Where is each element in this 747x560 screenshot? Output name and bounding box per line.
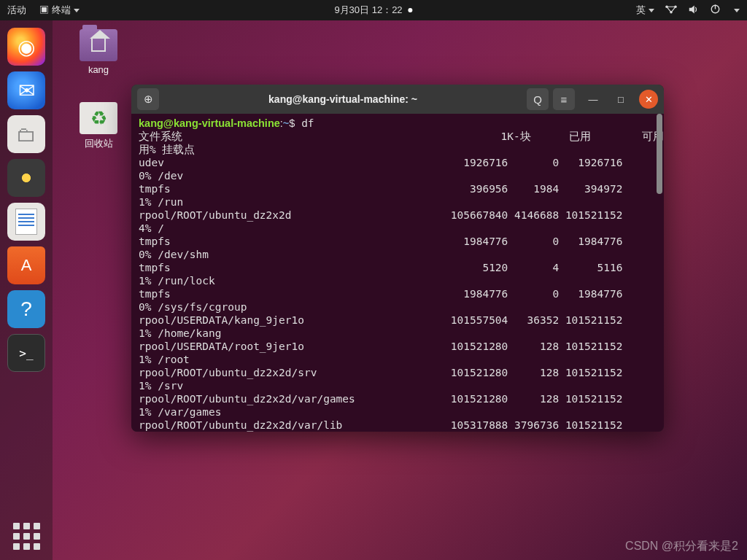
trash-icon: ♻: [80, 102, 117, 134]
dock-writer[interactable]: [7, 203, 45, 241]
terminal-window: ⊕ kang@kang-virtual-machine: ~ Q ≡ — □ ✕…: [131, 85, 664, 432]
activities-button[interactable]: 活动: [7, 4, 26, 17]
search-button[interactable]: Q: [527, 88, 549, 110]
dock-firefox[interactable]: ◉: [7, 28, 45, 66]
dock-help[interactable]: ?: [7, 290, 45, 328]
show-apps-button[interactable]: [13, 523, 40, 550]
system-menu-chevron-icon[interactable]: [734, 9, 740, 12]
maximize-button[interactable]: □: [611, 90, 630, 109]
scrollbar[interactable]: [657, 114, 662, 194]
hamburger-menu[interactable]: ≡: [553, 88, 575, 110]
dock-rhythmbox[interactable]: [7, 159, 45, 197]
desktop-home-folder[interactable]: kang: [73, 29, 124, 75]
top-bar: 活动 ▣ 终端 9月30日 12：22 英: [0, 0, 747, 20]
minimize-button[interactable]: —: [584, 90, 603, 109]
trash-label: 回收站: [85, 138, 113, 149]
volume-icon[interactable]: [688, 4, 700, 17]
notification-dot-icon: [409, 8, 413, 12]
dock-terminal[interactable]: >_: [7, 334, 45, 372]
titlebar[interactable]: ⊕ kang@kang-virtual-machine: ~ Q ≡ — □ ✕: [131, 85, 664, 114]
close-button[interactable]: ✕: [639, 90, 658, 109]
home-icon: [91, 39, 106, 52]
new-tab-button[interactable]: ⊕: [137, 88, 159, 110]
terminal-output[interactable]: kang@kang-virtual-machine:~$ df 文件系统 1K-…: [131, 114, 664, 432]
clock[interactable]: 9月30日 12：22: [334, 4, 402, 17]
window-title: kang@kang-virtual-machine: ~: [163, 93, 522, 105]
dock-files[interactable]: 🗀: [7, 115, 45, 153]
desktop-trash[interactable]: ♻ 回收站: [73, 102, 124, 150]
network-icon[interactable]: [665, 4, 678, 17]
dock-thunderbird[interactable]: ✉: [7, 71, 45, 109]
app-menu[interactable]: ▣ 终端: [39, 4, 80, 17]
power-icon[interactable]: [710, 4, 721, 17]
dock: ◉ ✉ 🗀 A ? >_: [0, 20, 53, 560]
dock-software[interactable]: A: [7, 246, 45, 284]
watermark: CSDN @积分看来是2: [625, 539, 738, 554]
ime-indicator[interactable]: 英: [636, 4, 654, 17]
folder-label: kang: [88, 64, 109, 75]
